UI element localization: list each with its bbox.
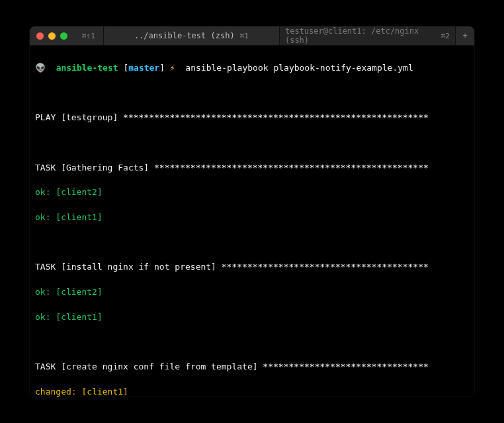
command: ansible-playbook playbook-notify-example… xyxy=(185,63,413,73)
task-result: ok: [client1] xyxy=(35,311,469,324)
task-header: TASK [Gathering Facts] *****************… xyxy=(35,162,469,174)
terminal-body[interactable]: 👽 ansible-test [master] ⚡ ansible-playbo… xyxy=(30,46,474,397)
close-icon[interactable] xyxy=(36,32,44,40)
window-hotkey: ⌘⇧1 xyxy=(74,26,103,45)
prompt-icon: 👽 xyxy=(35,63,46,73)
task-header: TASK [create nginx conf file from templa… xyxy=(35,361,469,373)
titlebar: ⌘⇧1 ../ansible-test (zsh) ⌘1 testuser@cl… xyxy=(30,26,474,46)
tab-inactive[interactable]: testuser@client1: /etc/nginx (ssh) ⌘2 xyxy=(279,26,455,45)
git-branch: master xyxy=(128,63,159,73)
new-tab-button[interactable]: + xyxy=(455,26,474,45)
minimize-icon[interactable] xyxy=(48,32,56,40)
prompt-path: ansible-test xyxy=(56,63,118,73)
prompt-line: 👽 ansible-test [master] ⚡ ansible-playbo… xyxy=(35,62,469,75)
tab-hotkey: ⌘1 xyxy=(240,32,249,40)
tab-title: ../ansible-test (zsh) xyxy=(134,31,235,40)
tab-title: testuser@client1: /etc/nginx (ssh) xyxy=(285,26,436,45)
task-result: ok: [client2] xyxy=(35,186,469,199)
task-result: ok: [client1] xyxy=(35,212,469,224)
tab-active[interactable]: ../ansible-test (zsh) ⌘1 xyxy=(103,26,279,45)
task-result: changed: [client1] xyxy=(35,386,469,397)
task-header: TASK [install nginx if not present] ****… xyxy=(35,261,469,274)
zoom-icon[interactable] xyxy=(60,32,67,40)
tab-hotkey: ⌘2 xyxy=(441,32,450,40)
bolt-icon: ⚡ xyxy=(170,63,175,73)
window-controls xyxy=(30,26,74,45)
task-result: ok: [client2] xyxy=(35,286,469,299)
terminal-window: ⌘⇧1 ../ansible-test (zsh) ⌘1 testuser@cl… xyxy=(30,26,474,397)
play-header: PLAY [testgroup] ***********************… xyxy=(35,112,469,124)
